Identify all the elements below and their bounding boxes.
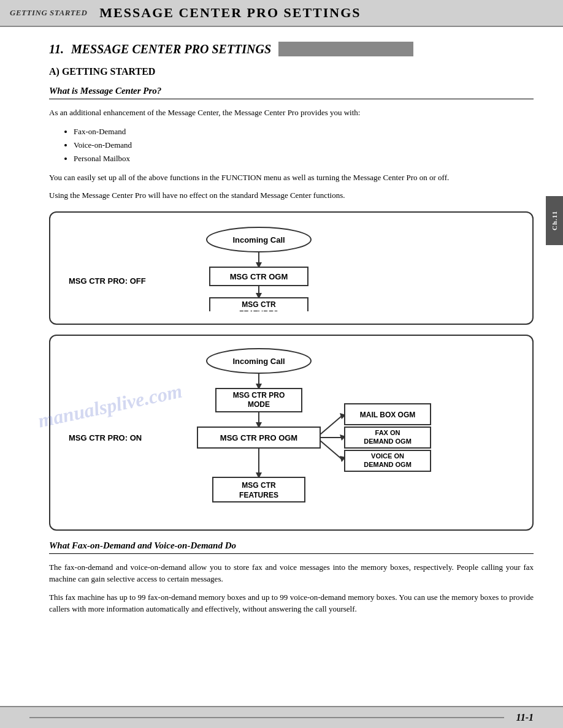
bullet-fax: Fax-on-Demand [74, 125, 534, 138]
what-is-heading: What is Message Center Pro? [49, 86, 534, 99]
section-title-text: MESSAGE CENTER PRO SETTINGS [71, 42, 271, 56]
header-left-text: GETTING STARTED [10, 8, 87, 18]
svg-text:MAIL BOX OGM: MAIL BOX OGM [360, 411, 415, 419]
svg-text:MSG CTR PRO: MSG CTR PRO [233, 391, 285, 400]
svg-text:VOICE ON: VOICE ON [371, 452, 404, 460]
bullet-list: Fax-on-Demand Voice-on-Demand Personal M… [74, 125, 534, 165]
section-title: 11. MESSAGE CENTER PRO SETTINGS [49, 42, 534, 56]
svg-line-23 [320, 416, 342, 434]
svg-text:DEMAND OGM: DEMAND OGM [364, 438, 412, 445]
diagram2-svg: Incoming Call MSG CTR PRO MODE MSG CTR P… [63, 346, 455, 517]
header-right-text: MESSAGE CENTER PRO SETTINGS [99, 5, 361, 21]
paragraph-1: You can easily set up all of the above f… [49, 172, 534, 184]
svg-text:Incoming Call: Incoming Call [232, 357, 285, 366]
diagram1-box: Incoming Call MSG CTR OGM MSG CTR FEATUR… [49, 211, 534, 325]
svg-text:MSG CTR: MSG CTR [242, 300, 276, 309]
svg-text:FEATURES: FEATURES [239, 491, 278, 499]
svg-line-25 [320, 441, 342, 459]
paragraph-2: Using the Message Center Pro will have n… [49, 189, 534, 202]
bullet-voice: Voice-on-Demand [74, 138, 534, 152]
fax-paragraph-1: The fax-on-demand and voice-on-demand al… [49, 561, 534, 585]
svg-text:MSG CTR PRO: OFF: MSG CTR PRO: OFF [69, 276, 146, 286]
svg-text:FEATURES: FEATURES [239, 309, 278, 311]
svg-text:MSG CTR PRO: ON: MSG CTR PRO: ON [69, 433, 142, 442]
fax-paragraph-2: This fax machine has up to 99 fax-on-dem… [49, 591, 534, 615]
section-number: 11. [49, 42, 64, 56]
main-content: 11. MESSAGE CENTER PRO SETTINGS A) GETTI… [0, 27, 563, 636]
svg-text:MSG CTR OGM: MSG CTR OGM [230, 272, 288, 281]
what-fax-heading: What Fax-on-Demand and Voice-on-Demand D… [49, 540, 534, 554]
diagram1-svg: Incoming Call MSG CTR OGM MSG CTR FEATUR… [63, 222, 443, 311]
svg-text:MSG CTR PRO OGM: MSG CTR PRO OGM [220, 433, 297, 442]
page-number: 11-1 [516, 712, 534, 723]
page-header: GETTING STARTED MESSAGE CENTER PRO SETTI… [0, 0, 563, 27]
svg-text:Incoming Call: Incoming Call [232, 235, 285, 245]
subsection-a-heading: A) GETTING STARTED [49, 66, 534, 77]
svg-text:MODE: MODE [248, 400, 270, 409]
diagram2-box: Incoming Call MSG CTR PRO MODE MSG CTR P… [49, 335, 534, 531]
intro-paragraph: As an additional enhancement of the Mess… [49, 107, 534, 119]
section-title-bar [278, 42, 413, 56]
bullet-mailbox: Personal Mailbox [74, 152, 534, 165]
svg-text:MSG CTR: MSG CTR [242, 481, 276, 490]
page-footer: 11-1 [0, 706, 563, 728]
svg-text:DEMAND OGM: DEMAND OGM [364, 461, 412, 468]
svg-text:FAX ON: FAX ON [375, 429, 400, 436]
